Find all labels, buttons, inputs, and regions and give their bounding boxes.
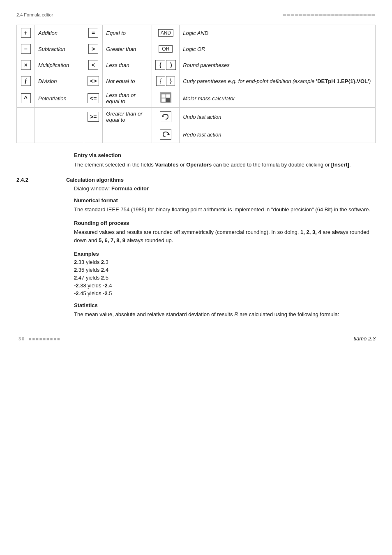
symbol-cell: <= [84,89,103,108]
footer-app-name: tiamo 2.3 [354,335,376,342]
or-symbol: OR [159,45,173,53]
symbol-cell: OR [152,41,180,57]
example-item: 2.35 yields 2.4 [16,267,376,273]
symbol-cell: × [17,57,35,73]
logic-and-desc: Logic AND [180,25,376,41]
footer-page-number: 30 ■■■■■■■■■ [16,335,61,342]
table-row: × Multiplication < Less than ( ) Round p… [17,57,376,73]
greater-symbol: > [88,44,98,54]
subtraction-label: Subtraction [35,41,84,57]
symbol-cell: + [17,25,35,41]
and-symbol: AND [158,29,173,37]
svg-marker-6 [167,133,170,135]
example-item: -2.38 yields -2.4 [16,282,376,289]
addition-label: Addition [35,25,84,41]
symbol-cell: ^ [17,89,35,108]
numerical-format-text: The standard IEEE 754 (1985) for binary … [16,206,376,214]
logic-or-desc: Logic OR [180,41,376,57]
round-paren-desc: Round parentheses [180,57,376,73]
undo-desc: Undo last action [180,108,376,126]
geq-symbol: >= [88,112,99,122]
curly-symbols: { } [156,76,175,86]
less-symbol: < [88,60,98,70]
rounding-heading: Rounding off process [16,220,376,226]
symbol-cell: − [17,41,35,57]
geq-label: Greater than or equal to [103,108,152,126]
molar-mass-desc: Molar mass calculator [180,89,376,108]
section-title: Calculation algorithms [66,177,124,183]
examples-heading: Examples [16,251,376,257]
multiply-symbol: × [21,60,31,70]
example-item: -2.45 yields -2.5 [16,290,376,296]
statistics-text: The mean value, absolute and relative st… [16,310,376,319]
symbol-cell [152,108,180,126]
division-label: Division [35,73,84,89]
section-242: 2.4.2 Calculation algorithms Dialog wind… [16,177,376,319]
empty-cell [84,126,103,143]
open-curly: { [156,76,165,86]
svg-rect-3 [161,98,166,102]
leq-label: Less than or equal to [103,89,152,108]
svg-marker-5 [161,115,164,117]
symbol-cell: >= [84,108,103,126]
svg-rect-1 [161,94,166,98]
symbol-table: + Addition = Equal to AND Logic AND − Su… [16,25,376,143]
symbol-cell: ( ) [152,57,180,73]
symbol-cell: < [84,57,103,73]
equal-label: Equal to [103,25,152,41]
greater-label: Greater than [103,41,152,57]
empty-cell [17,126,35,143]
table-row: − Subtraction > Greater than OR Logic OR [17,41,376,57]
minus-symbol: − [21,44,31,54]
subsection-header: 2.4.2 Calculation algorithms [16,177,376,183]
symbol-cell: AND [152,25,180,41]
paren-symbols: ( ) [155,60,176,70]
empty-cell [103,126,152,143]
curly-paren-desc: Curly parentheses e.g. for end-point def… [180,73,376,89]
redo-desc: Redo last action [180,126,376,143]
potentiation-label: Potentiation [35,89,84,108]
symbol-cell: ƒ [17,73,35,89]
notequal-label: Not equal to [103,73,152,89]
symbol-cell [152,126,180,143]
notequal-symbol: <> [88,76,99,86]
table-row: + Addition = Equal to AND Logic AND [17,25,376,41]
example-item: 2.47 yields 2.5 [16,275,376,281]
empty-cell [35,126,84,143]
table-row: ƒ Division <> Not equal to { } Curly par… [17,73,376,89]
entry-heading: Entry via selection [74,152,376,158]
section-number: 2.4.2 [16,177,28,183]
rounding-text: Measured values and results are rounded … [16,228,376,245]
statistics-heading: Statistics [16,302,376,308]
molar-mass-icon [160,92,171,103]
svg-rect-4 [166,98,170,102]
symbol-cell: <> [84,73,103,89]
redo-icon [160,129,171,140]
potentiation-symbol: ^ [21,93,31,103]
svg-rect-2 [166,94,170,98]
entry-section: Entry via selection The element selected… [16,152,376,169]
entry-text: The element selected in the fields Varia… [74,161,376,169]
division-symbol: ƒ [21,76,31,86]
empty-cell [17,108,35,126]
header-section-label: 2.4 Formula editor [16,12,53,17]
table-row: ^ Potentiation <= Less than or equal to [17,89,376,108]
close-curly: } [166,76,175,86]
symbol-cell: = [84,25,103,41]
less-label: Less than [103,57,152,73]
symbol-cell: { } [152,73,180,89]
dialog-note: Dialog window: Formula editor [16,185,376,192]
close-paren: ) [166,60,176,70]
symbol-cell: > [84,41,103,57]
open-paren: ( [155,60,165,70]
equal-symbol: = [88,28,98,38]
header-decoration: ═══════════════════════ [283,12,376,17]
table-row: >= Greater than or equal to Undo last ac… [17,108,376,126]
plus-symbol: + [21,28,31,38]
example-item: 2.33 yields 2.3 [16,259,376,265]
numerical-format-heading: Numerical format [16,197,376,204]
table-row: Redo last action [17,126,376,143]
symbol-cell [152,89,180,108]
page-header: 2.4 Formula editor ═════════════════════… [16,12,376,17]
multiply-label: Multiplication [35,57,84,73]
